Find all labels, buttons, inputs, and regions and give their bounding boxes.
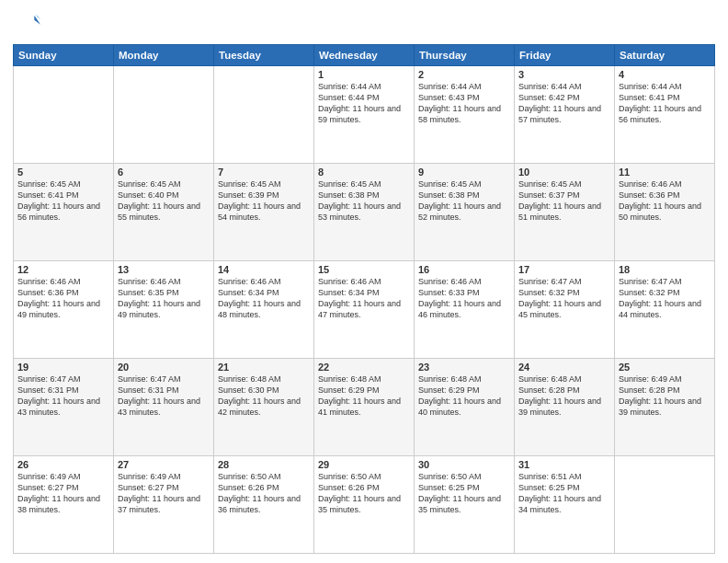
day-number: 9 — [418, 167, 510, 178]
day-number: 8 — [318, 167, 410, 178]
day-info: Sunrise: 6:46 AM Sunset: 6:35 PM Dayligh… — [118, 276, 210, 321]
calendar-cell — [615, 456, 715, 554]
calendar-cell — [114, 66, 214, 164]
day-number: 15 — [318, 264, 410, 275]
calendar-cell: 21Sunrise: 6:48 AM Sunset: 6:30 PM Dayli… — [214, 359, 314, 456]
day-number: 10 — [518, 167, 610, 178]
day-info: Sunrise: 6:46 AM Sunset: 6:34 PM Dayligh… — [318, 276, 410, 321]
day-info: Sunrise: 6:46 AM Sunset: 6:36 PM Dayligh… — [619, 178, 711, 224]
day-info: Sunrise: 6:46 AM Sunset: 6:34 PM Dayligh… — [218, 276, 310, 321]
calendar-day-header: Sunday — [14, 45, 114, 66]
calendar-cell: 3Sunrise: 6:44 AM Sunset: 6:42 PM Daylig… — [515, 66, 615, 164]
calendar-cell: 28Sunrise: 6:50 AM Sunset: 6:26 PM Dayli… — [214, 456, 314, 554]
day-number: 2 — [418, 69, 510, 80]
day-number: 7 — [218, 167, 310, 178]
day-info: Sunrise: 6:49 AM Sunset: 6:28 PM Dayligh… — [619, 373, 711, 419]
calendar-cell: 23Sunrise: 6:48 AM Sunset: 6:29 PM Dayli… — [415, 359, 515, 456]
calendar-cell: 1Sunrise: 6:44 AM Sunset: 6:44 PM Daylig… — [314, 66, 415, 164]
calendar-cell: 29Sunrise: 6:50 AM Sunset: 6:26 PM Dayli… — [314, 456, 415, 554]
calendar-cell: 25Sunrise: 6:49 AM Sunset: 6:28 PM Dayli… — [615, 359, 715, 456]
day-info: Sunrise: 6:50 AM Sunset: 6:26 PM Dayligh… — [318, 471, 410, 516]
calendar-day-header: Thursday — [415, 45, 515, 66]
day-number: 27 — [118, 459, 210, 470]
day-info: Sunrise: 6:44 AM Sunset: 6:44 PM Dayligh… — [318, 81, 410, 126]
day-number: 17 — [518, 264, 610, 275]
calendar-week-row: 19Sunrise: 6:47 AM Sunset: 6:31 PM Dayli… — [14, 359, 715, 456]
calendar-cell: 4Sunrise: 6:44 AM Sunset: 6:41 PM Daylig… — [615, 66, 715, 164]
logo — [13, 9, 44, 37]
day-number: 23 — [418, 362, 510, 373]
day-number: 14 — [218, 264, 310, 275]
day-info: Sunrise: 6:46 AM Sunset: 6:33 PM Dayligh… — [418, 276, 510, 321]
day-info: Sunrise: 6:45 AM Sunset: 6:37 PM Dayligh… — [518, 178, 610, 224]
day-info: Sunrise: 6:46 AM Sunset: 6:36 PM Dayligh… — [17, 276, 109, 321]
day-info: Sunrise: 6:47 AM Sunset: 6:32 PM Dayligh… — [518, 276, 610, 321]
calendar-cell — [14, 66, 114, 164]
day-number: 1 — [318, 69, 410, 80]
header — [13, 9, 715, 37]
day-info: Sunrise: 6:50 AM Sunset: 6:26 PM Dayligh… — [218, 471, 310, 516]
day-info: Sunrise: 6:50 AM Sunset: 6:25 PM Dayligh… — [418, 471, 510, 516]
calendar-week-row: 12Sunrise: 6:46 AM Sunset: 6:36 PM Dayli… — [14, 261, 715, 359]
day-info: Sunrise: 6:44 AM Sunset: 6:41 PM Dayligh… — [619, 81, 711, 126]
calendar-cell: 6Sunrise: 6:45 AM Sunset: 6:40 PM Daylig… — [114, 164, 214, 261]
day-info: Sunrise: 6:44 AM Sunset: 6:42 PM Dayligh… — [518, 81, 610, 126]
day-number: 22 — [318, 362, 410, 373]
calendar-cell — [214, 66, 314, 164]
calendar-cell: 30Sunrise: 6:50 AM Sunset: 6:25 PM Dayli… — [415, 456, 515, 554]
calendar-cell: 9Sunrise: 6:45 AM Sunset: 6:38 PM Daylig… — [415, 164, 515, 261]
day-info: Sunrise: 6:45 AM Sunset: 6:41 PM Dayligh… — [17, 178, 109, 224]
day-number: 26 — [17, 459, 109, 470]
day-info: Sunrise: 6:48 AM Sunset: 6:30 PM Dayligh… — [218, 373, 310, 419]
calendar-cell: 5Sunrise: 6:45 AM Sunset: 6:41 PM Daylig… — [14, 164, 114, 261]
calendar-day-header: Friday — [515, 45, 615, 66]
calendar-day-header: Saturday — [615, 45, 715, 66]
day-number: 6 — [118, 167, 210, 178]
calendar-cell: 2Sunrise: 6:44 AM Sunset: 6:43 PM Daylig… — [415, 66, 515, 164]
day-info: Sunrise: 6:48 AM Sunset: 6:29 PM Dayligh… — [418, 373, 510, 419]
day-number: 18 — [619, 264, 711, 275]
day-number: 11 — [619, 167, 711, 178]
day-number: 19 — [17, 362, 109, 373]
calendar-cell: 20Sunrise: 6:47 AM Sunset: 6:31 PM Dayli… — [114, 359, 214, 456]
day-info: Sunrise: 6:47 AM Sunset: 6:31 PM Dayligh… — [118, 373, 210, 419]
day-info: Sunrise: 6:48 AM Sunset: 6:28 PM Dayligh… — [518, 373, 610, 419]
calendar-day-header: Monday — [114, 45, 214, 66]
calendar-cell: 26Sunrise: 6:49 AM Sunset: 6:27 PM Dayli… — [14, 456, 114, 554]
calendar-cell: 16Sunrise: 6:46 AM Sunset: 6:33 PM Dayli… — [415, 261, 515, 359]
day-number: 20 — [118, 362, 210, 373]
calendar-cell: 11Sunrise: 6:46 AM Sunset: 6:36 PM Dayli… — [615, 164, 715, 261]
day-number: 21 — [218, 362, 310, 373]
day-number: 5 — [17, 167, 109, 178]
calendar-cell: 7Sunrise: 6:45 AM Sunset: 6:39 PM Daylig… — [214, 164, 314, 261]
calendar-cell: 8Sunrise: 6:45 AM Sunset: 6:38 PM Daylig… — [314, 164, 415, 261]
day-number: 13 — [118, 264, 210, 275]
calendar-week-row: 5Sunrise: 6:45 AM Sunset: 6:41 PM Daylig… — [14, 164, 715, 261]
calendar-week-row: 26Sunrise: 6:49 AM Sunset: 6:27 PM Dayli… — [14, 456, 715, 554]
calendar-cell: 27Sunrise: 6:49 AM Sunset: 6:27 PM Dayli… — [114, 456, 214, 554]
calendar-cell: 31Sunrise: 6:51 AM Sunset: 6:25 PM Dayli… — [515, 456, 615, 554]
calendar-cell: 10Sunrise: 6:45 AM Sunset: 6:37 PM Dayli… — [515, 164, 615, 261]
day-info: Sunrise: 6:48 AM Sunset: 6:29 PM Dayligh… — [318, 373, 410, 419]
day-number: 3 — [518, 69, 610, 80]
calendar-cell: 15Sunrise: 6:46 AM Sunset: 6:34 PM Dayli… — [314, 261, 415, 359]
calendar-cell: 14Sunrise: 6:46 AM Sunset: 6:34 PM Dayli… — [214, 261, 314, 359]
logo-icon — [13, 9, 40, 37]
day-number: 30 — [418, 459, 510, 470]
day-number: 16 — [418, 264, 510, 275]
calendar-cell: 18Sunrise: 6:47 AM Sunset: 6:32 PM Dayli… — [615, 261, 715, 359]
day-info: Sunrise: 6:45 AM Sunset: 6:38 PM Dayligh… — [418, 178, 510, 224]
calendar-table: SundayMondayTuesdayWednesdayThursdayFrid… — [13, 44, 715, 554]
day-info: Sunrise: 6:45 AM Sunset: 6:38 PM Dayligh… — [318, 178, 410, 224]
day-info: Sunrise: 6:49 AM Sunset: 6:27 PM Dayligh… — [17, 471, 109, 516]
day-info: Sunrise: 6:44 AM Sunset: 6:43 PM Dayligh… — [418, 81, 510, 126]
day-info: Sunrise: 6:45 AM Sunset: 6:40 PM Dayligh… — [118, 178, 210, 224]
calendar-cell: 13Sunrise: 6:46 AM Sunset: 6:35 PM Dayli… — [114, 261, 214, 359]
day-number: 25 — [619, 362, 711, 373]
day-number: 29 — [318, 459, 410, 470]
calendar-cell: 17Sunrise: 6:47 AM Sunset: 6:32 PM Dayli… — [515, 261, 615, 359]
day-info: Sunrise: 6:47 AM Sunset: 6:31 PM Dayligh… — [17, 373, 109, 419]
page: SundayMondayTuesdayWednesdayThursdayFrid… — [0, 0, 728, 563]
calendar-week-row: 1Sunrise: 6:44 AM Sunset: 6:44 PM Daylig… — [14, 66, 715, 164]
day-number: 12 — [17, 264, 109, 275]
